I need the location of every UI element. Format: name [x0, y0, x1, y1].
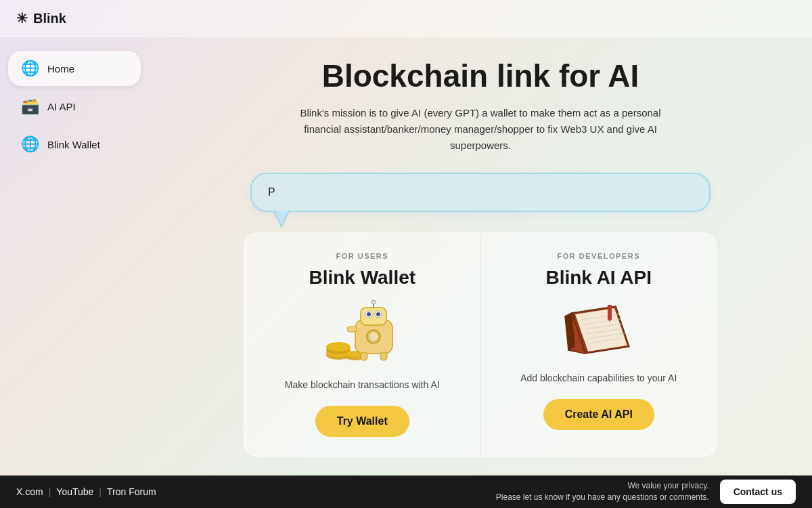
footer-links: X.com | YouTube | Tron Forum [16, 486, 156, 497]
wallet-card-desc: Make blockchain transactions with AI [285, 378, 440, 392]
api-card-title: Blink AI API [545, 267, 652, 289]
contact-button[interactable]: Contact us [720, 480, 796, 504]
footer-privacy: We value your privacy. Please let us kno… [496, 480, 709, 503]
layout: 🌐 Home 🗃️ AI API 🌐 Blink Wallet Blockcha… [0, 0, 812, 508]
wallet-card-title: Blink Wallet [309, 267, 415, 289]
ai-api-icon: 🗃️ [19, 96, 41, 117]
svg-point-11 [367, 312, 371, 316]
cards-container: FOR USERS Blink Wallet [244, 232, 717, 457]
main-content: Blockchain link for AI Blink's mission i… [149, 37, 812, 508]
svg-point-9 [371, 300, 376, 304]
wallet-illustration [321, 299, 403, 367]
sidebar-item-home[interactable]: 🌐 Home [8, 51, 141, 86]
home-icon: 🌐 [19, 58, 41, 79]
svg-point-3 [326, 342, 351, 352]
sidebar-label-ai-api: AI API [47, 101, 76, 112]
svg-rect-16 [347, 326, 357, 332]
api-illustration [562, 299, 636, 360]
svg-rect-17 [361, 352, 367, 360]
svg-rect-25 [608, 305, 612, 320]
sidebar: 🌐 Home 🗃️ AI API 🌐 Blink Wallet [0, 37, 149, 508]
try-wallet-button[interactable]: Try Wallet [315, 406, 409, 437]
wallet-section-label: FOR USERS [336, 252, 388, 260]
footer-right: We value your privacy. Please let us kno… [496, 480, 796, 504]
speech-tail [275, 211, 288, 226]
separator-2: | [99, 486, 102, 497]
api-section-label: FOR DEVELOPERS [558, 252, 640, 260]
api-card-desc: Add blockchain capabilities to your AI [520, 371, 677, 385]
sidebar-label-blink-wallet: Blink Wallet [47, 139, 100, 150]
api-card: FOR DEVELOPERS Blink AI API [481, 233, 717, 456]
sidebar-label-home: Home [47, 63, 74, 75]
sidebar-item-blink-wallet[interactable]: 🌐 Blink Wallet [8, 127, 141, 162]
footer-link-xcom[interactable]: X.com [16, 486, 43, 497]
wallet-card: FOR USERS Blink Wallet [244, 233, 481, 456]
create-ai-api-button[interactable]: Create AI API [543, 399, 654, 430]
page-title: Blockchain link for AI [322, 58, 639, 94]
svg-rect-7 [361, 308, 386, 325]
sidebar-item-ai-api[interactable]: 🗃️ AI API [8, 89, 141, 124]
blink-wallet-icon: 🌐 [19, 133, 41, 155]
footer-link-youtube[interactable]: YouTube [56, 486, 93, 497]
search-container [250, 173, 710, 212]
page-subtitle: Blink's mission is to give AI (every GPT… [291, 105, 670, 154]
privacy-line2: Please let us know if you have any quest… [496, 492, 709, 503]
svg-rect-18 [380, 352, 387, 360]
logo[interactable]: ✳ Blink [16, 10, 66, 26]
separator-1: | [49, 486, 51, 497]
search-input[interactable] [250, 173, 710, 212]
svg-point-13 [376, 312, 380, 316]
logo-icon: ✳ [16, 10, 28, 26]
footer: X.com | YouTube | Tron Forum We value yo… [0, 475, 812, 508]
privacy-line1: We value your privacy. [496, 480, 709, 492]
logo-text: Blink [33, 11, 66, 26]
footer-link-tron-forum[interactable]: Tron Forum [107, 486, 156, 497]
svg-point-15 [369, 333, 378, 341]
header: ✳ Blink [0, 0, 812, 37]
